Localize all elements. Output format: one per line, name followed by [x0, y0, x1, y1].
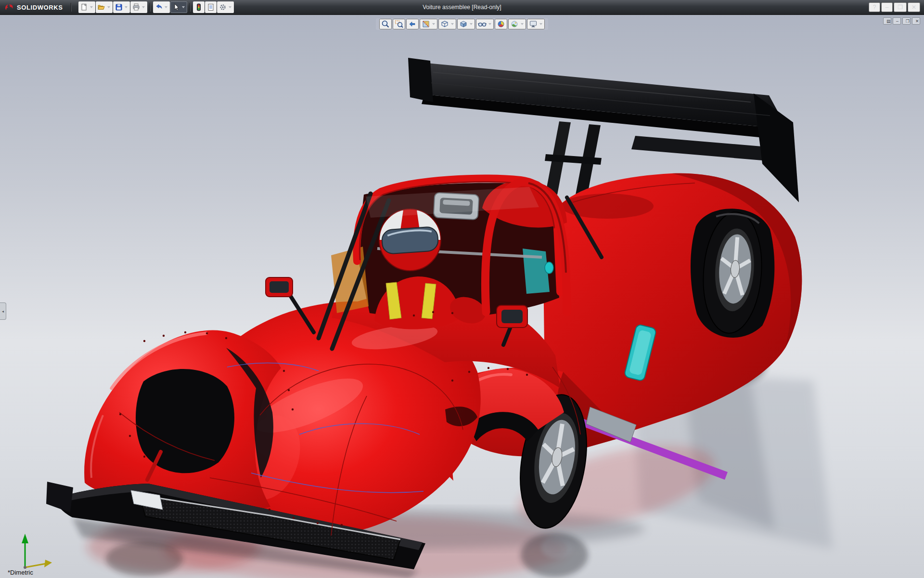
undo-arrow-icon [154, 3, 163, 12]
rebuild-button[interactable] [193, 1, 205, 13]
zoom-to-area-icon [394, 19, 404, 29]
app-brand-name: SOLIDWORKS [17, 4, 63, 11]
toolbar-separator [190, 3, 191, 12]
open-folder-icon [97, 3, 106, 12]
dropdown-caret-icon[interactable] [488, 23, 491, 25]
file-properties-button[interactable] [205, 1, 217, 13]
dropdown-caret-icon[interactable] [142, 6, 145, 8]
save-floppy-icon [115, 3, 123, 12]
edit-appearance-button[interactable] [495, 19, 507, 29]
new-button[interactable] [78, 1, 95, 13]
toolbar-separator [71, 3, 72, 12]
solidworks-window: SOLIDWORKS [0, 0, 924, 578]
printer-icon [132, 3, 141, 12]
previous-view-button[interactable] [406, 19, 419, 29]
hide-show-items-button[interactable] [476, 19, 494, 29]
dropdown-caret-icon[interactable] [470, 23, 473, 25]
display-style-cube-icon [459, 19, 468, 29]
doc-window-menu-button[interactable]: ▤ [883, 17, 891, 25]
doc-close-button[interactable]: ✕ [912, 17, 920, 25]
restore-button[interactable]: ❐ [894, 2, 907, 12]
view-settings-button[interactable] [527, 19, 545, 29]
select-button[interactable] [170, 1, 187, 13]
dropdown-caret-icon[interactable] [165, 6, 167, 8]
viewport-3d-scene[interactable] [0, 14, 924, 578]
doc-minimize-button[interactable]: – [893, 17, 901, 25]
toolbar-separator [150, 3, 151, 12]
view-orientation-label: *Dimetric [8, 569, 33, 576]
minimize-button[interactable]: – [881, 2, 893, 12]
new-document-icon [80, 3, 89, 12]
app-brand: SOLIDWORKS [0, 3, 69, 12]
file-properties-icon [206, 3, 215, 12]
eyeglasses-icon [477, 19, 487, 29]
feature-manager-collapse-tab[interactable]: ◂ [0, 302, 6, 320]
undo-button[interactable] [153, 1, 170, 13]
previous-view-icon [408, 19, 417, 29]
apply-scene-button[interactable] [508, 19, 526, 29]
help-button[interactable]: ? [869, 2, 880, 12]
rebuild-traffic-light-icon [194, 3, 203, 12]
zoom-to-area-button[interactable] [393, 19, 405, 29]
dropdown-caret-icon[interactable] [182, 6, 185, 8]
options-button[interactable] [217, 1, 234, 13]
dropdown-caret-icon[interactable] [539, 23, 542, 25]
view-orientation-cube-icon [440, 19, 449, 29]
zoom-to-fit-button[interactable] [379, 19, 392, 29]
close-button[interactable]: ✕ [908, 2, 920, 12]
scene-globe-icon [510, 19, 519, 29]
title-bar: SOLIDWORKS [0, 0, 924, 15]
appearance-ball-icon [496, 19, 506, 29]
graphics-area[interactable]: ▤ – ❐ ✕ ◂ *Dimetric [0, 14, 924, 578]
dropdown-caret-icon[interactable] [432, 23, 435, 25]
zoom-to-fit-icon [381, 19, 390, 29]
print-button[interactable] [130, 1, 147, 13]
section-view-icon [421, 19, 431, 29]
heads-up-view-toolbar [376, 18, 548, 30]
standard-toolbar [78, 1, 234, 13]
view-orientation-button[interactable] [438, 19, 456, 29]
solidworks-logo-icon [4, 3, 14, 12]
dropdown-caret-icon[interactable] [229, 6, 231, 8]
dropdown-caret-icon[interactable] [90, 6, 93, 8]
save-button[interactable] [113, 1, 130, 13]
section-view-button[interactable] [420, 19, 437, 29]
options-gear-icon [218, 3, 227, 12]
cyan-detail [545, 262, 553, 274]
window-controls: ? – ❐ ✕ [869, 2, 924, 12]
dropdown-caret-icon[interactable] [451, 23, 454, 25]
view-settings-icon [528, 19, 538, 29]
open-button[interactable] [96, 1, 113, 13]
select-cursor-icon [172, 3, 180, 12]
dropdown-caret-icon[interactable] [125, 6, 128, 8]
window-title: Voiture assemblee [Read-only] [423, 0, 501, 14]
orientation-triad [22, 534, 52, 569]
dropdown-caret-icon[interactable] [521, 23, 524, 25]
document-window-controls: ▤ – ❐ ✕ [883, 17, 920, 25]
driver-helmet [379, 209, 441, 271]
dropdown-caret-icon[interactable] [107, 6, 110, 8]
doc-restore-button[interactable]: ❐ [902, 17, 911, 25]
display-style-button[interactable] [457, 19, 475, 29]
